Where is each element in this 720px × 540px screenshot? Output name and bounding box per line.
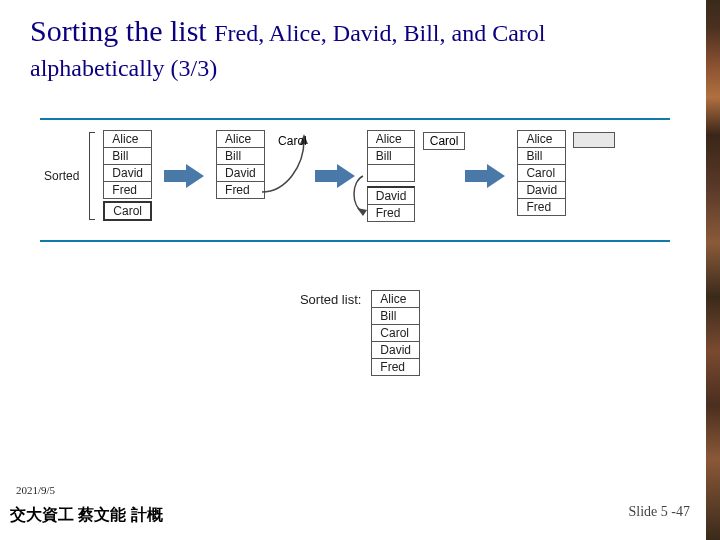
list-item: David [372,342,419,359]
list-item: Fred [217,182,264,198]
svg-marker-0 [164,164,204,188]
sorted-bracket [89,132,95,220]
arrow-icon [164,164,204,188]
title-names: Fred, Alice, David, Bill, and Carol [214,20,545,46]
sorting-diagram: Sorted Alice Bill David Fred Carol Alice… [40,118,670,242]
list-item: Alice [217,131,264,148]
slide-number: Slide 5 -47 [629,504,690,520]
list-item: David [217,165,264,182]
sorted-result-row: Sorted list: Alice Bill Carol David Fred [0,290,720,376]
pivot-item: Carol [103,201,152,221]
list-item: Carol [372,325,419,342]
stage2-group: Alice Bill David Fred Carol [216,130,265,199]
stage1-list: Alice Bill David Fred [103,130,152,199]
slide-title: Sorting the list Fred, Alice, David, Bil… [30,14,680,83]
list-item: David [104,165,151,182]
sorted-list-label: Sorted list: [300,292,361,307]
svg-marker-2 [315,164,355,188]
list-item: Fred [372,359,419,375]
stage3-group: Alice Bill David Fred Carol [367,130,416,222]
svg-marker-4 [465,164,505,188]
title-line2: alphabetically (3/3) [30,55,217,81]
list-item: Fred [104,182,151,198]
list-item: Bill [518,148,565,165]
arrow-icon [465,164,505,188]
stage1-group: Alice Bill David Fred Carol [103,130,152,221]
list-item: Alice [518,131,565,148]
list-item: Alice [104,131,151,148]
list-item: David [518,182,565,199]
stage3-top-list: Alice Bill [367,130,416,182]
list-item: Fred [368,205,415,221]
title-main: Sorting the list [30,14,214,47]
list-item: Carol [518,165,565,182]
final-sorted-list: Alice Bill Carol David Fred [371,290,420,376]
carol-floating: Carol [278,134,307,148]
list-item: Alice [368,131,415,148]
list-item: Bill [217,148,264,165]
footer-date: 2021/9/5 [16,484,55,496]
arrow-icon [315,164,355,188]
stage4-group: Alice Bill Carol David Fred [517,130,566,216]
list-item: Alice [372,291,419,308]
stage3-bottom-list: David Fred [367,186,416,222]
empty-source-box [573,132,615,148]
list-item: Bill [368,148,415,165]
carol-insert-box: Carol [423,132,466,150]
footer-author: 交大資工 蔡文能 計概 [10,505,163,526]
empty-cell [368,165,415,181]
list-item: Bill [104,148,151,165]
list-item: David [368,188,415,205]
sorting-row: Sorted Alice Bill David Fred Carol Alice… [40,118,670,242]
stage2-list: Alice Bill David Fred [216,130,265,199]
stage4-list: Alice Bill Carol David Fred [517,130,566,216]
list-item: Fred [518,199,565,215]
svg-marker-3 [357,208,367,216]
stage3-stack: Alice Bill David Fred [367,130,416,222]
decorative-side-strip [706,0,720,540]
list-item: Bill [372,308,419,325]
sorted-label: Sorted [44,169,79,183]
